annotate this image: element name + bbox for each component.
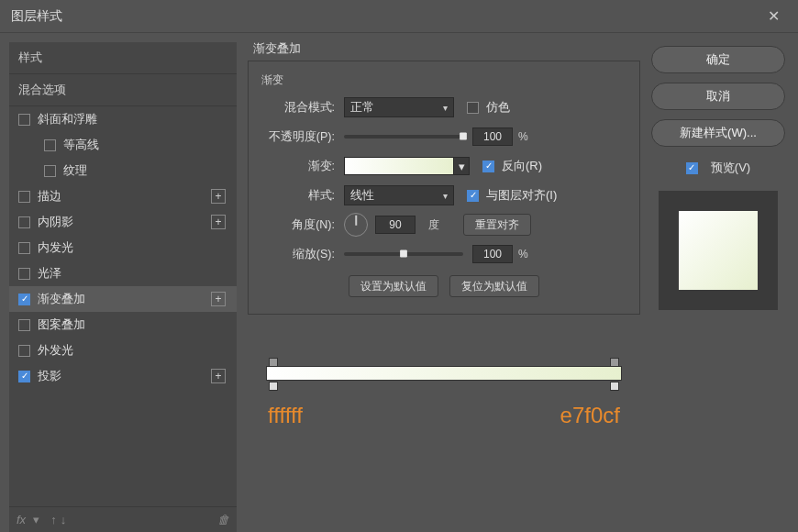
style-item-4[interactable]: 内阴影+: [9, 209, 237, 235]
plus-icon[interactable]: +: [211, 215, 226, 229]
style-item-1[interactable]: 等高线: [9, 132, 237, 158]
fx-label[interactable]: fx: [17, 513, 26, 526]
style-item-8[interactable]: 图案叠加: [9, 312, 237, 338]
ok-button[interactable]: 确定: [651, 46, 785, 73]
align-checkbox[interactable]: [467, 190, 479, 202]
style-label: 图案叠加: [38, 316, 227, 333]
style-item-0[interactable]: 斜面和浮雕: [9, 106, 237, 132]
style-item-10[interactable]: 投影+: [9, 363, 237, 389]
plus-icon[interactable]: +: [211, 292, 226, 306]
hex-left: ffffff: [268, 403, 303, 428]
style-checkbox[interactable]: [18, 319, 30, 331]
plus-icon[interactable]: +: [211, 189, 226, 204]
titlebar: 图层样式 ✕: [0, 0, 798, 33]
style-item-2[interactable]: 纹理: [9, 158, 237, 183]
arrow-down-icon[interactable]: ↓: [61, 513, 67, 526]
cancel-button[interactable]: 取消: [651, 83, 785, 110]
close-icon[interactable]: ✕: [760, 4, 787, 28]
right-panel: 确定 取消 新建样式(W)... 预览(V): [651, 33, 798, 532]
gradient-editor: ffffff e7f0cf: [248, 360, 640, 428]
dither-checkbox[interactable]: [467, 102, 479, 114]
angle-dial[interactable]: [344, 213, 368, 237]
blending-options[interactable]: 混合选项: [9, 74, 237, 106]
style-checkbox[interactable]: [44, 165, 56, 177]
section-title: 渐变叠加: [253, 40, 640, 57]
style-checkbox[interactable]: [18, 345, 30, 357]
center-panel: 渐变叠加 渐变 混合模式: 正常▾ 仿色 不透明度(P): %: [237, 33, 651, 532]
style-checkbox[interactable]: [18, 191, 30, 203]
styles-list: 样式 混合选项 斜面和浮雕等高线纹理描边+内阴影+内发光光泽渐变叠加+图案叠加外…: [9, 42, 237, 532]
angle-label: 角度(N):: [261, 217, 344, 233]
style-label: 纹理: [63, 162, 227, 179]
blend-mode-select[interactable]: 正常▾: [344, 97, 454, 117]
opacity-input[interactable]: [472, 127, 513, 146]
trash-icon[interactable]: 🗑: [217, 513, 229, 526]
preview-box: [659, 191, 778, 310]
style-item-5[interactable]: 内发光: [9, 235, 237, 260]
angle-unit: 度: [428, 217, 439, 233]
preview-checkbox[interactable]: [686, 162, 698, 174]
scale-slider[interactable]: [344, 252, 463, 256]
color-stop-right[interactable]: [610, 382, 619, 391]
new-style-button[interactable]: 新建样式(W)...: [651, 119, 785, 147]
reverse-checkbox[interactable]: [482, 161, 494, 172]
angle-input[interactable]: [375, 216, 416, 234]
blend-mode-label: 混合模式:: [261, 100, 344, 116]
style-item-7[interactable]: 渐变叠加+: [9, 286, 237, 312]
style-checkbox[interactable]: [18, 268, 30, 280]
reset-align-button[interactable]: 重置对齐: [463, 214, 531, 236]
style-label: 投影: [38, 368, 211, 384]
plus-icon[interactable]: +: [211, 369, 226, 383]
style-label: 描边: [38, 188, 211, 205]
style-item-3[interactable]: 描边+: [9, 183, 237, 209]
align-label: 与图层对齐(I): [486, 187, 557, 204]
style-label: 内发光: [38, 239, 227, 256]
scale-label: 缩放(S):: [261, 247, 344, 262]
style-checkbox[interactable]: [44, 139, 56, 151]
scale-input[interactable]: [472, 245, 513, 263]
gradient-label: 渐变:: [261, 159, 344, 174]
style-checkbox[interactable]: [18, 216, 30, 228]
opacity-pct: %: [518, 130, 528, 143]
style-checkbox[interactable]: [18, 242, 30, 254]
style-label: 斜面和浮雕: [38, 111, 227, 127]
gradient-overlay-panel: 渐变 混合模式: 正常▾ 仿色 不透明度(P): %: [248, 61, 640, 315]
opacity-label: 不透明度(P):: [261, 129, 344, 145]
styles-footer: fx▾ ↑ ↓ 🗑: [9, 506, 237, 532]
main-content: 样式 混合选项 斜面和浮雕等高线纹理描边+内阴影+内发光光泽渐变叠加+图案叠加外…: [0, 33, 798, 532]
sub-title: 渐变: [261, 72, 626, 88]
style-checkbox[interactable]: [18, 114, 30, 126]
style-label: 外发光: [38, 342, 227, 359]
chevron-down-icon: ▾: [459, 160, 465, 173]
opacity-slider[interactable]: [344, 135, 463, 139]
style-select[interactable]: 线性▾: [344, 185, 454, 205]
style-item-6[interactable]: 光泽: [9, 260, 237, 286]
preview-swatch: [679, 211, 758, 290]
styles-sidebar: 样式 混合选项 斜面和浮雕等高线纹理描边+内阴影+内发光光泽渐变叠加+图案叠加外…: [0, 33, 237, 532]
style-label: 内阴影: [38, 214, 211, 230]
chevron-down-icon: ▾: [443, 191, 448, 201]
chevron-down-icon: ▾: [443, 103, 448, 113]
style-label: 渐变叠加: [38, 291, 211, 307]
preview-label: 预览(V): [711, 160, 750, 176]
style-label: 等高线: [63, 137, 227, 153]
dither-label: 仿色: [486, 99, 510, 116]
reverse-label: 反向(R): [502, 158, 542, 174]
window-title: 图层样式: [11, 8, 62, 25]
arrow-up-icon[interactable]: ↑: [50, 513, 57, 526]
color-stop-left[interactable]: [269, 382, 278, 391]
gradient-bar[interactable]: [266, 366, 622, 381]
scale-pct: %: [518, 248, 528, 260]
styles-header[interactable]: 样式: [9, 42, 237, 74]
style-checkbox[interactable]: [18, 371, 30, 382]
gradient-dropdown[interactable]: ▾: [453, 157, 470, 175]
style-item-9[interactable]: 外发光: [9, 338, 237, 363]
gradient-preview[interactable]: [344, 157, 454, 175]
style-label: 光泽: [38, 265, 227, 282]
hex-right: e7f0cf: [560, 403, 620, 428]
style-checkbox[interactable]: [18, 294, 30, 305]
reset-default-button[interactable]: 复位为默认值: [449, 275, 539, 297]
style-label: 样式:: [261, 188, 344, 204]
set-default-button[interactable]: 设置为默认值: [349, 275, 438, 297]
